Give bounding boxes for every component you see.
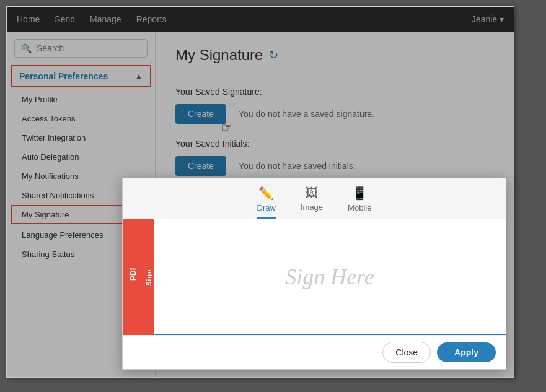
tab-draw[interactable]: ✏️ Draw [257, 186, 276, 219]
tab-mobile[interactable]: 📱 Mobile [348, 186, 371, 219]
close-button[interactable]: Close [382, 342, 431, 363]
apply-button[interactable]: Apply [437, 342, 496, 362]
tab-draw-label: Draw [257, 203, 276, 212]
tab-mobile-label: Mobile [348, 203, 371, 212]
sign-here-text: Sign Here [285, 264, 374, 290]
tab-image[interactable]: 🖼 Image [301, 186, 323, 219]
sign-flag: PDF Sign [123, 219, 154, 335]
modal-overlay: ✏️ Draw 🖼 Image 📱 Mobile [7, 7, 514, 377]
image-icon: 🖼 [306, 186, 318, 200]
tab-image-label: Image [301, 203, 323, 212]
pdf-icon: PDF [124, 268, 143, 287]
sign-label: Sign [145, 269, 152, 286]
modal-footer: Close Apply [123, 335, 506, 369]
signature-modal: ✏️ Draw 🖼 Image 📱 Mobile [122, 178, 506, 370]
modal-body: PDF Sign Sign Here [123, 219, 506, 335]
draw-icon: ✏️ [258, 186, 274, 201]
svg-text:PDF: PDF [129, 268, 138, 281]
app-container: Home Send Manage Reports Jeanie 🔍 Person… [6, 6, 514, 378]
sign-area[interactable]: Sign Here [154, 219, 506, 335]
sign-flag-inner: PDF Sign [124, 268, 152, 287]
modal-tabs: ✏️ Draw 🖼 Image 📱 Mobile [123, 178, 506, 219]
mobile-icon: 📱 [352, 186, 368, 201]
